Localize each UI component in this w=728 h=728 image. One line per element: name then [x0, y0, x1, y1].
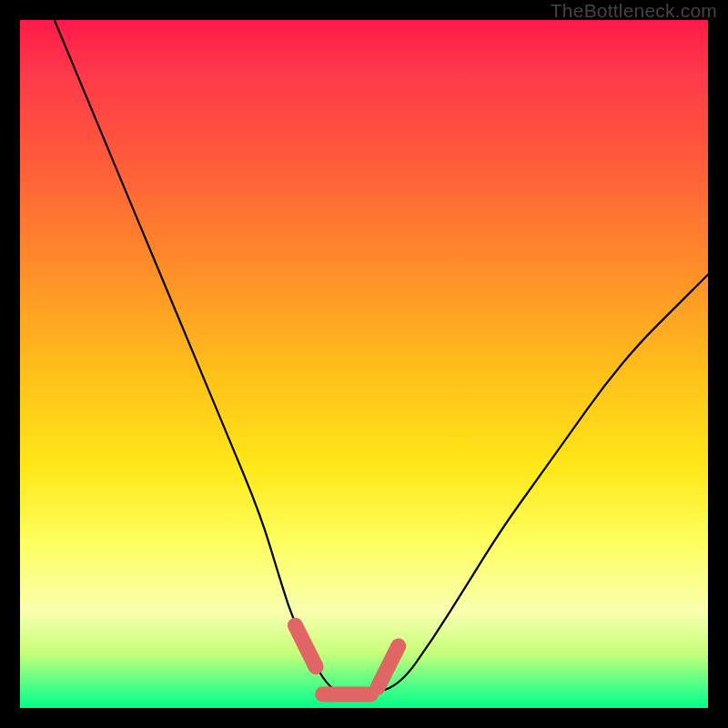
watermark-text: TheBottleneck.com [551, 0, 717, 22]
optimal-marker-segment [378, 646, 399, 687]
optimal-marker-group [295, 625, 398, 694]
plot-area [20, 20, 708, 708]
bottleneck-curve-path [55, 20, 708, 694]
chart-stage: TheBottleneck.com [0, 0, 728, 728]
curve-svg [20, 20, 708, 708]
optimal-marker-segment [295, 625, 316, 666]
